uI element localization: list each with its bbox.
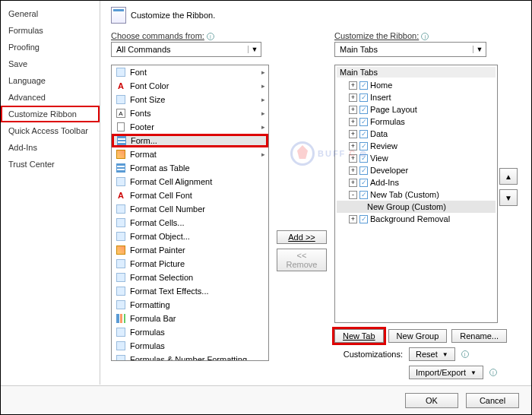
expander-icon[interactable]: + bbox=[349, 215, 357, 223]
checkbox[interactable]: ✓ bbox=[359, 142, 368, 150]
nav-item-proofing[interactable]: Proofing bbox=[1, 39, 100, 55]
tree-item[interactable]: +✓Add-Ins bbox=[337, 176, 496, 188]
expander-icon[interactable]: + bbox=[349, 166, 357, 175]
command-icon bbox=[115, 326, 127, 338]
command-item[interactable]: Format Text Effects... bbox=[112, 284, 268, 298]
nav-item-language[interactable]: Language bbox=[1, 72, 100, 89]
tree-item[interactable]: +✓Data bbox=[337, 128, 496, 140]
info-icon[interactable]: i bbox=[461, 350, 469, 358]
command-item[interactable]: Formatting bbox=[112, 298, 268, 312]
tree-item[interactable]: +✓View bbox=[337, 152, 496, 164]
new-tab-button[interactable]: New Tab bbox=[334, 329, 384, 343]
checkbox[interactable]: ✓ bbox=[359, 179, 368, 187]
tree-item[interactable]: -✓New Tab (Custom) bbox=[337, 188, 496, 201]
tree-item[interactable]: +✓Developer bbox=[337, 164, 496, 176]
command-item[interactable]: Font▸ bbox=[112, 65, 268, 79]
choose-commands-dropdown[interactable]: All Commands ▼ bbox=[111, 42, 261, 57]
move-down-button[interactable]: ▼ bbox=[499, 189, 518, 206]
command-item[interactable]: Format as Table bbox=[112, 161, 268, 175]
tree-item-label: Home bbox=[370, 81, 392, 90]
expander-icon[interactable]: + bbox=[349, 93, 357, 102]
checkbox[interactable]: ✓ bbox=[359, 81, 368, 90]
ok-button[interactable]: OK bbox=[405, 393, 458, 408]
expander-icon[interactable]: - bbox=[349, 191, 357, 199]
command-icon bbox=[115, 312, 127, 325]
checkbox[interactable]: ✓ bbox=[359, 106, 368, 114]
command-item[interactable]: Formulas & Number Formatting bbox=[112, 353, 268, 361]
nav-item-trust-center[interactable]: Trust Center bbox=[1, 156, 100, 173]
command-item[interactable]: Format Cell Alignment bbox=[112, 175, 268, 188]
tree-item[interactable]: +✓Review bbox=[337, 140, 496, 152]
tree-item[interactable]: +✓Formulas bbox=[337, 116, 496, 128]
checkbox[interactable]: ✓ bbox=[359, 154, 368, 163]
command-item[interactable]: Footer▸ bbox=[112, 120, 268, 134]
nav-item-save[interactable]: Save bbox=[1, 55, 100, 72]
move-up-button[interactable]: ▲ bbox=[499, 168, 518, 185]
checkbox[interactable]: ✓ bbox=[359, 215, 368, 223]
command-icon bbox=[115, 230, 127, 242]
import-export-dropdown-button[interactable]: Import/Export▼ bbox=[409, 366, 483, 379]
ribbon-tabs-tree[interactable]: Main Tabs+✓Home+✓Insert+✓Page Layout+✓Fo… bbox=[334, 65, 498, 323]
command-icon bbox=[115, 162, 127, 174]
expander-icon[interactable]: + bbox=[349, 130, 357, 138]
checkbox[interactable]: ✓ bbox=[359, 191, 368, 199]
tree-item[interactable]: +✓Page Layout bbox=[337, 103, 496, 116]
customize-ribbon-dropdown[interactable]: Main Tabs ▼ bbox=[334, 42, 486, 57]
expander-icon[interactable]: + bbox=[349, 81, 357, 90]
info-icon[interactable]: i bbox=[489, 369, 497, 376]
command-icon bbox=[115, 258, 127, 270]
command-icon bbox=[115, 299, 127, 311]
command-item[interactable]: Formulas bbox=[112, 325, 268, 339]
add-button[interactable]: Add >> bbox=[277, 230, 327, 244]
expander-icon[interactable]: + bbox=[349, 142, 357, 150]
command-item[interactable]: AFont Color▸ bbox=[112, 79, 268, 93]
tree-item-label: Developer bbox=[370, 166, 408, 175]
command-item[interactable]: Font Size▸ bbox=[112, 93, 268, 106]
command-item[interactable]: AFormat Cell Font bbox=[112, 188, 268, 202]
new-group-button[interactable]: New Group bbox=[388, 329, 448, 343]
command-label: Format Picture bbox=[130, 259, 265, 268]
checkbox[interactable]: ✓ bbox=[359, 166, 368, 175]
tree-item[interactable]: +✓Background Removal bbox=[337, 213, 496, 225]
nav-item-customize-ribbon[interactable]: Customize Ribbon bbox=[1, 106, 100, 122]
nav-item-advanced[interactable]: Advanced bbox=[1, 89, 100, 106]
nav-item-add-ins[interactable]: Add-Ins bbox=[1, 139, 100, 156]
rename-button[interactable]: Rename... bbox=[451, 329, 507, 343]
checkbox[interactable]: ✓ bbox=[359, 130, 368, 138]
command-item[interactable]: Formulas bbox=[112, 339, 268, 353]
info-icon[interactable]: i bbox=[421, 33, 429, 40]
expander-icon[interactable]: + bbox=[349, 179, 357, 187]
info-icon[interactable]: i bbox=[207, 33, 214, 40]
expander-icon[interactable]: + bbox=[349, 106, 357, 114]
command-item[interactable]: Format Cell Number bbox=[112, 202, 268, 216]
chevron-right-icon: ▸ bbox=[261, 123, 265, 131]
nav-item-quick-access-toolbar[interactable]: Quick Access Toolbar bbox=[1, 122, 100, 139]
chevron-down-icon: ▼ bbox=[473, 46, 483, 53]
expander-icon[interactable]: + bbox=[349, 154, 357, 163]
command-item[interactable]: AFonts▸ bbox=[112, 106, 268, 120]
tree-item-label: Add-Ins bbox=[370, 178, 399, 187]
tree-item[interactable]: +✓Home bbox=[337, 79, 496, 91]
command-item[interactable]: Format Picture bbox=[112, 257, 268, 271]
cancel-button[interactable]: Cancel bbox=[466, 393, 519, 408]
nav-item-general[interactable]: General bbox=[1, 5, 100, 22]
commands-listbox[interactable]: Font▸AFont Color▸Font Size▸AFonts▸Footer… bbox=[111, 65, 269, 361]
command-item[interactable]: Format Painter bbox=[112, 243, 268, 257]
nav-item-formulas[interactable]: Formulas bbox=[1, 22, 100, 39]
tree-item[interactable]: +✓Insert bbox=[337, 91, 496, 103]
command-item[interactable]: Formula Bar bbox=[112, 312, 268, 325]
tree-item-label: Data bbox=[370, 129, 388, 138]
expander-icon[interactable]: + bbox=[349, 118, 357, 126]
chevron-right-icon: ▸ bbox=[261, 109, 265, 117]
remove-button[interactable]: << Remove bbox=[277, 249, 327, 271]
command-item[interactable]: Format Cells... bbox=[112, 216, 268, 230]
checkbox[interactable]: ✓ bbox=[359, 93, 368, 102]
customize-ribbon-value: Main Tabs bbox=[340, 45, 378, 54]
reset-dropdown-button[interactable]: Reset▼ bbox=[409, 347, 455, 361]
command-item[interactable]: Form... bbox=[112, 134, 268, 147]
command-item[interactable]: Format▸ bbox=[112, 147, 268, 161]
command-item[interactable]: Format Selection bbox=[112, 271, 268, 284]
tree-item[interactable]: New Group (Custom) bbox=[337, 201, 496, 213]
command-item[interactable]: Format Object... bbox=[112, 230, 268, 243]
checkbox[interactable]: ✓ bbox=[359, 118, 368, 126]
